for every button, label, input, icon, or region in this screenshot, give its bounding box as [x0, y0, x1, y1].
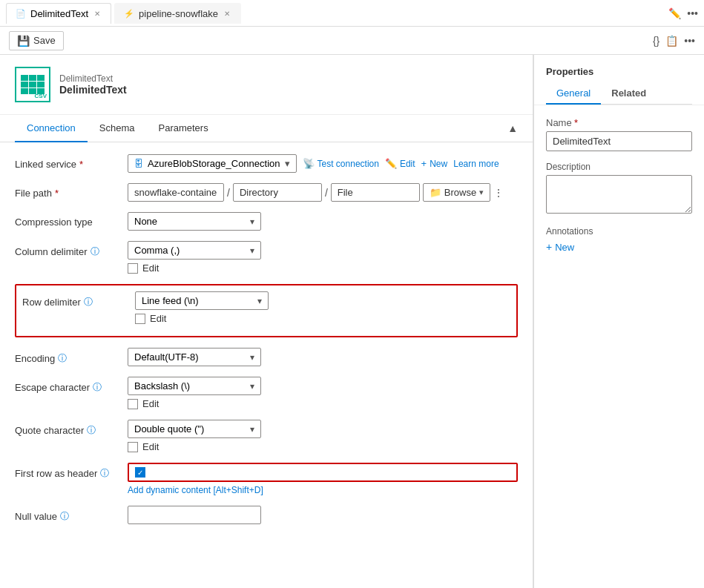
plus-icon: +	[421, 158, 427, 169]
row-delim-info-icon[interactable]: ⓘ	[84, 296, 93, 308]
escape-edit-checkbox[interactable]	[128, 399, 138, 409]
column-delimiter-row: Column delimiter ⓘ Comma (,) ▾ Edit	[15, 241, 518, 274]
dynamic-content-link[interactable]: Add dynamic content [Alt+Shift+D]	[128, 485, 518, 495]
escape-character-controls: Backslash (\) ▾ Edit	[128, 377, 518, 409]
save-icon: 💾	[17, 35, 30, 47]
edit-link[interactable]: ✏️ Edit	[385, 158, 415, 169]
tab-pipeline[interactable]: ⚡ pipeline-snowflake ✕	[114, 3, 241, 24]
tab-close-delimited[interactable]: ✕	[93, 9, 102, 19]
escape-info-icon[interactable]: ⓘ	[93, 381, 102, 394]
row-delimiter-select[interactable]: Line feed (\n) ▾	[135, 291, 269, 310]
tab-icon-delimited: 📄	[16, 9, 26, 19]
tab-close-pipeline[interactable]: ✕	[223, 9, 231, 19]
annotations-section: Annotations + New	[546, 226, 692, 253]
browse-label: Browse	[444, 187, 476, 198]
container-input[interactable]	[128, 183, 224, 202]
first-row-header-label: First row as header ⓘ	[15, 463, 119, 480]
column-delimiter-label: Column delimiter ⓘ	[15, 241, 119, 258]
add-annotation-button[interactable]: + New	[546, 241, 574, 253]
null-info-icon[interactable]: ⓘ	[60, 510, 69, 523]
learn-more-link[interactable]: Learn more	[453, 159, 499, 169]
quote-character-row: Quote character ⓘ Double quote (") ▾ Edi…	[15, 420, 518, 452]
tab-delimited[interactable]: 📄 DelimitedText ✕	[6, 3, 111, 24]
null-value-input[interactable]	[128, 506, 261, 524]
folder-icon: 📁	[430, 187, 441, 198]
escape-character-label: Escape character ⓘ	[15, 377, 119, 394]
name-label: Name *	[546, 117, 692, 128]
test-connection-link[interactable]: 📡 Test connection	[303, 158, 379, 169]
description-textarea[interactable]	[546, 175, 692, 214]
col-delim-arrow: ▾	[250, 245, 254, 256]
file-input[interactable]	[331, 183, 420, 202]
compression-type-row: Compression type None ▾	[15, 212, 518, 231]
tab-bar: 📄 DelimitedText ✕ ⚡ pipeline-snowflake ✕…	[0, 0, 704, 27]
null-value-row: Null value ⓘ	[15, 506, 518, 524]
row-delim-edit-row: Edit	[135, 313, 510, 324]
more-options-icon[interactable]: •••	[687, 7, 698, 19]
linked-service-input-row: 🗄 AzureBlobStorage_Connection ▾ 📡 Test c…	[128, 154, 518, 173]
null-value-label: Null value ⓘ	[15, 506, 119, 523]
new-link[interactable]: + New	[421, 158, 448, 169]
compression-arrow: ▾	[250, 217, 254, 227]
name-input[interactable]	[546, 131, 692, 151]
path-more-icon[interactable]: ⋮	[493, 187, 504, 199]
tab-parameters[interactable]: Parameters	[146, 115, 220, 142]
storage-icon: 🗄	[134, 159, 143, 169]
name-required: *	[574, 117, 578, 128]
quote-info-icon[interactable]: ⓘ	[87, 424, 96, 437]
description-field: Description	[546, 162, 692, 216]
quote-arrow: ▾	[250, 424, 254, 435]
copy-icon[interactable]: 📋	[665, 35, 678, 47]
path-sep-1: /	[227, 187, 230, 199]
save-button[interactable]: 💾 Save	[9, 31, 64, 50]
escape-character-row: Escape character ⓘ Backslash (\) ▾ Edit	[15, 377, 518, 409]
properties-panel: Properties General Related Name * Descri…	[533, 55, 704, 588]
directory-input[interactable]	[233, 183, 322, 202]
browse-button[interactable]: 📁 Browse ▾	[423, 183, 490, 202]
code-icon[interactable]: {}	[653, 35, 659, 47]
col-delim-info-icon[interactable]: ⓘ	[91, 245, 99, 258]
edit-icon[interactable]: ✏️	[668, 7, 681, 19]
linked-service-dropdown[interactable]: 🗄 AzureBlobStorage_Connection ▾	[128, 154, 297, 173]
compression-type-select[interactable]: None ▾	[128, 212, 261, 231]
frah-info-icon[interactable]: ⓘ	[100, 467, 109, 480]
overflow-icon[interactable]: •••	[684, 35, 695, 47]
props-tab-general[interactable]: General	[546, 83, 601, 105]
row-delimiter-label: Row delimiter ⓘ	[22, 291, 126, 308]
col-delim-edit-row: Edit	[128, 262, 518, 274]
quote-edit-row: Edit	[128, 441, 518, 452]
quote-character-select[interactable]: Double quote (") ▾	[128, 420, 261, 438]
tab-icon-pipeline: ⚡	[124, 9, 134, 19]
path-sep-2: /	[325, 187, 328, 199]
name-field: Name *	[546, 117, 692, 151]
collapse-icon[interactable]: ▲	[507, 122, 518, 134]
props-tab-related[interactable]: Related	[601, 83, 657, 105]
escape-character-value: Backslash (\)	[134, 380, 190, 392]
row-delim-edit-checkbox[interactable]	[135, 314, 145, 324]
toolbar-right: {} 📋 •••	[653, 35, 695, 47]
encoding-select[interactable]: Default(UTF-8) ▾	[128, 348, 261, 366]
row-delim-edit-label: Edit	[150, 313, 166, 324]
save-label: Save	[33, 35, 56, 46]
quote-edit-checkbox[interactable]	[128, 442, 138, 452]
column-delimiter-select[interactable]: Comma (,) ▾	[128, 241, 261, 260]
encoding-info-icon[interactable]: ⓘ	[58, 352, 67, 365]
encoding-label: Encoding ⓘ	[15, 348, 119, 365]
dataset-info: DelimitedText DelimitedText	[59, 73, 127, 96]
section-tabs: Connection Schema Parameters ▲	[0, 115, 533, 142]
first-row-header-row: First row as header ⓘ ✓ Add dynamic cont…	[15, 463, 518, 495]
file-path-inputs: / / 📁 Browse ▾ ⋮	[128, 183, 518, 202]
tab-schema[interactable]: Schema	[88, 115, 147, 142]
csv-icon: CSV	[15, 67, 50, 102]
escape-edit-label: Edit	[142, 398, 159, 409]
form-area: Linked service * 🗄 AzureBlobStorage_Conn…	[0, 142, 533, 588]
first-row-header-checkbox[interactable]: ✓	[135, 467, 145, 478]
plus-icon-annotations: +	[546, 241, 552, 253]
col-delim-edit-checkbox[interactable]	[128, 263, 138, 274]
escape-character-select[interactable]: Backslash (\) ▾	[128, 377, 261, 395]
properties-body: Name * Description Annotations + New	[534, 105, 704, 265]
frah-highlight-box: ✓	[128, 463, 518, 482]
escape-arrow: ▾	[250, 381, 254, 392]
tab-connection[interactable]: Connection	[15, 115, 88, 142]
compression-type-controls: None ▾	[128, 212, 518, 231]
